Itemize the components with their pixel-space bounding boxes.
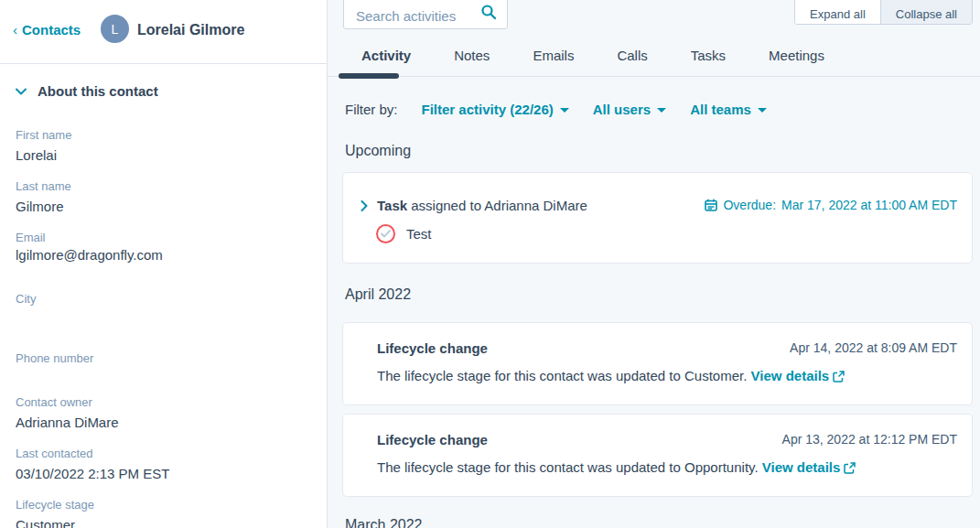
task-status-icon[interactable]	[376, 224, 395, 243]
field-value: Customer	[16, 515, 311, 528]
task-due-date: Mar 17, 2022 at 11:00 AM EDT	[781, 198, 957, 212]
field-label: Email	[16, 231, 311, 245]
field-last-contacted: Last contacted 03/10/2022 2:13 PM EST	[16, 447, 311, 483]
about-section-title: About this contact	[38, 83, 158, 99]
field-first-name: First name Lorelai	[16, 128, 311, 165]
field-value: Gilmore	[16, 197, 311, 216]
tab-activity[interactable]: Activity	[361, 48, 411, 63]
all-users-label: All users	[593, 102, 651, 117]
view-details-label: View details	[751, 368, 830, 383]
collapse-all-button[interactable]: Collapse all	[880, 0, 972, 24]
field-last-name: Last name Gilmore	[16, 179, 311, 216]
contact-fields: First name Lorelai Last name Gilmore Ema…	[16, 128, 311, 528]
caret-down-icon	[657, 108, 666, 113]
view-details-link[interactable]: View details	[751, 368, 845, 383]
task-assigned-text: assigned to Adrianna DiMare	[411, 198, 587, 213]
about-section-toggle[interactable]: About this contact	[16, 83, 311, 99]
all-teams-dropdown[interactable]: All teams	[690, 102, 767, 117]
filter-activity-dropdown[interactable]: Filter activity (22/26)	[422, 102, 569, 117]
active-tab-indicator	[339, 73, 399, 79]
check-icon	[381, 230, 391, 238]
field-contact-owner: Contact owner Adrianna DiMare	[16, 395, 311, 432]
month-heading-april: April 2022	[345, 286, 411, 303]
tab-meetings[interactable]: Meetings	[769, 48, 824, 63]
search-icon[interactable]	[481, 5, 496, 19]
task-card: Task assigned to Adrianna DiMare Overdue…	[342, 172, 973, 264]
chevron-left-icon: ‹	[13, 22, 17, 38]
filter-by-label: Filter by:	[345, 102, 398, 117]
field-value	[16, 369, 311, 388]
all-teams-label: All teams	[690, 102, 751, 117]
event-body-text: The lifecycle stage for this contact was…	[377, 459, 759, 475]
field-label: Last contacted	[16, 447, 311, 461]
chevron-right-icon[interactable]	[361, 200, 368, 211]
field-value: Lorelai	[16, 145, 311, 165]
task-type[interactable]: Task	[377, 198, 407, 213]
field-label: Last name	[16, 179, 311, 194]
timeline-event-card: Lifecycle change Apr 14, 2022 at 8:09 AM…	[342, 322, 973, 405]
field-label: Lifecycle stage	[16, 498, 311, 512]
timeline-event-card: Lifecycle change Apr 13, 2022 at 12:12 P…	[342, 414, 973, 497]
tabs-row: Activity Notes Emails Calls Tasks Meetin…	[328, 43, 980, 77]
task-title[interactable]: Test	[406, 226, 432, 242]
all-users-dropdown[interactable]: All users	[593, 102, 666, 117]
event-body: The lifecycle stage for this contact was…	[343, 356, 972, 383]
task-due-label: Overdue:	[723, 198, 776, 212]
view-details-label: View details	[762, 459, 841, 475]
field-city: City	[16, 292, 311, 329]
month-heading-march: March 2022	[345, 517, 423, 528]
search-input[interactable]	[344, 0, 470, 28]
field-label: Contact owner	[16, 395, 311, 410]
back-to-contacts-link[interactable]: ‹ Contacts	[13, 22, 81, 38]
search-box	[343, 0, 508, 29]
activity-panel: Expand all Collapse all Activity Notes E…	[328, 0, 980, 528]
avatar: L	[101, 15, 129, 43]
field-label: Phone number	[16, 351, 311, 366]
upcoming-heading: Upcoming	[345, 143, 411, 159]
caret-down-icon	[560, 108, 569, 113]
chevron-down-icon	[16, 88, 27, 95]
field-email: Email lgilmore@dragonfly.com	[16, 231, 311, 264]
expand-collapse-group: Expand all Collapse all	[794, 0, 973, 25]
event-date: Apr 14, 2022 at 8:09 AM EDT	[790, 340, 957, 356]
event-title: Lifecycle change	[377, 432, 488, 447]
field-phone-number: Phone number	[16, 351, 311, 388]
external-link-icon	[833, 371, 845, 383]
task-due-date-link[interactable]: Overdue: Mar 17, 2022 at 11:00 AM EDT	[705, 198, 957, 212]
event-title: Lifecycle change	[377, 340, 488, 356]
filter-activity-label: Filter activity (22/26)	[422, 102, 554, 117]
about-section: About this contact First name Lorelai La…	[0, 83, 327, 528]
back-link-label: Contacts	[22, 22, 81, 38]
view-details-link[interactable]: View details	[762, 459, 856, 475]
tab-emails[interactable]: Emails	[533, 48, 574, 63]
event-body: The lifecycle stage for this contact was…	[343, 447, 972, 475]
field-value: lgilmore@dragonfly.com	[16, 245, 311, 264]
contact-name: Lorelai Gilmore	[137, 22, 244, 38]
field-label: First name	[16, 128, 311, 143]
field-value: Adrianna DiMare	[16, 413, 311, 432]
sidebar-header: ‹ Contacts L Lorelai Gilmore	[0, 0, 327, 64]
field-lifecycle-stage: Lifecycle stage Customer	[16, 498, 311, 528]
caret-down-icon	[758, 108, 767, 113]
expand-all-button[interactable]: Expand all	[795, 0, 880, 24]
tab-tasks[interactable]: Tasks	[691, 48, 726, 63]
calendar-icon	[705, 199, 717, 211]
contact-sidebar: ‹ Contacts L Lorelai Gilmore About this …	[0, 0, 328, 528]
external-link-icon	[844, 462, 856, 474]
filter-row: Filter by: Filter activity (22/26) All u…	[345, 102, 767, 117]
event-body-text: The lifecycle stage for this contact was…	[377, 368, 747, 383]
field-label: City	[16, 292, 311, 307]
field-value	[16, 309, 311, 329]
event-date: Apr 13, 2022 at 12:12 PM EDT	[782, 432, 957, 447]
tab-calls[interactable]: Calls	[617, 48, 647, 63]
tab-notes[interactable]: Notes	[454, 48, 490, 63]
avatar-initial: L	[112, 22, 119, 37]
field-value: 03/10/2022 2:13 PM EST	[16, 464, 311, 483]
